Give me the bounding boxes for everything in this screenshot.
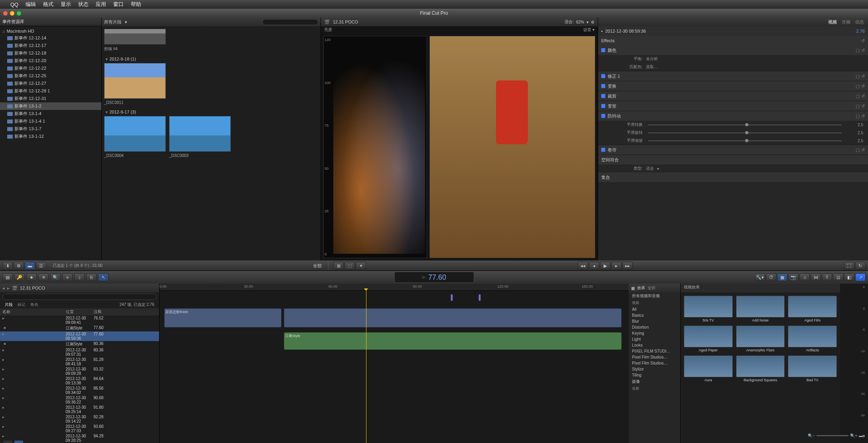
menu-status[interactable]: 状态	[78, 1, 89, 8]
event-item[interactable]: 新事件 12-12-20	[0, 57, 101, 65]
row-value[interactable]: 2.5	[847, 139, 863, 143]
tab-roles[interactable]: 角色	[30, 302, 38, 308]
reset-icon[interactable]: ↺	[861, 84, 865, 89]
section-checkbox[interactable]	[601, 84, 605, 88]
index-row[interactable]: 2012-12-30 09:07:3180.36	[0, 347, 159, 357]
event-tree[interactable]: Macintosh HD新事件 12-12-14新事件 12-12-17新事件 …	[0, 26, 101, 261]
menu-edit[interactable]: 编辑	[26, 1, 36, 8]
fx-category[interactable]: Blur	[629, 318, 680, 324]
enhance-button[interactable]: ✦	[356, 262, 366, 270]
chevron-down-icon[interactable]: ▾	[587, 20, 589, 24]
col-notes[interactable]: 注释	[94, 309, 157, 315]
search-icon[interactable]: 🔍	[50, 273, 61, 281]
tab-clips[interactable]: 片段	[5, 302, 13, 308]
zoom-button[interactable]	[17, 11, 21, 16]
history-fwd-button[interactable]: ▸	[7, 286, 10, 291]
index-row[interactable]: 2012-12-30 09:14:2292.28	[0, 414, 159, 424]
section-checkbox[interactable]	[601, 114, 605, 118]
effect-item[interactable]: Aged Paper	[684, 325, 733, 352]
generators-button[interactable]: ⊡	[833, 273, 843, 281]
row-value[interactable]: 未分析	[646, 56, 658, 62]
dashboard-button[interactable]	[3, 441, 12, 443]
event-item[interactable]: 新事件 13-1-12	[0, 133, 101, 140]
filmstrip-view-button[interactable]: ▬	[25, 262, 35, 270]
event-item[interactable]: 新事件 12-12-18	[0, 49, 101, 57]
prev-edit-button[interactable]: ◂◂	[578, 262, 588, 270]
close-button[interactable]	[3, 11, 8, 16]
clip-thumbnail[interactable]	[104, 63, 166, 99]
reset-icon[interactable]: ↺	[861, 48, 865, 53]
effect-item[interactable]: Background Squares	[736, 355, 785, 382]
event-item[interactable]: 新事件 12-12-22	[0, 65, 101, 72]
inspector-section-header[interactable]: 防抖动▢↺	[598, 111, 868, 121]
tab-video[interactable]: 视频	[828, 19, 837, 25]
tab-audio[interactable]: 音频	[842, 19, 850, 25]
fx-category[interactable]: All	[629, 306, 680, 312]
index-row[interactable]: 2012-12-30 09:09:2883.32	[0, 367, 159, 376]
effects-grid[interactable]: 50s TVAdd NoiseAged FilmAged PaperAnamor…	[681, 292, 840, 443]
section-checkbox[interactable]	[601, 148, 605, 152]
effects-all-label[interactable]: 全部	[648, 285, 655, 291]
next-edit-button[interactable]: ▸▸	[622, 262, 633, 270]
fx-category[interactable]: Pixel Film Studios…	[629, 360, 680, 366]
timeline-button[interactable]	[14, 441, 23, 443]
inspector-section-header[interactable]: 颜色▢↺	[598, 45, 868, 55]
menu-window[interactable]: 窗口	[113, 1, 124, 8]
clip-thumbnail[interactable]	[169, 116, 231, 152]
gear-icon[interactable]: ⚙	[14, 262, 24, 270]
menu-help[interactable]: 帮助	[131, 1, 141, 8]
fx-category[interactable]: Pixel Film Studios…	[629, 354, 680, 360]
browser-search-input[interactable]	[262, 19, 318, 25]
clip-thumbnail[interactable]	[104, 116, 166, 152]
library-button[interactable]: ▤	[2, 273, 13, 281]
viewer-fit-value[interactable]: 62%	[576, 20, 584, 24]
tree-root[interactable]: Macintosh HD	[0, 28, 101, 34]
tab-markers[interactable]: 标记	[18, 302, 26, 308]
section-toggle-icon[interactable]: ▢	[856, 48, 860, 53]
list-view-button[interactable]: ☰	[36, 262, 46, 270]
index-row[interactable]: 2012-12-30 09:25:1491.80	[0, 405, 159, 414]
share-button[interactable]: ↗	[855, 273, 866, 281]
event-item[interactable]: 新事件 13-1-2	[0, 102, 101, 110]
reset-icon[interactable]: ↺	[861, 104, 865, 109]
section-toggle-icon[interactable]: ▢	[856, 94, 860, 99]
index-row[interactable]: 2012-12-30 09:36:2290.68	[0, 395, 159, 405]
fx-category[interactable]: Looks	[629, 342, 680, 348]
keyword-button[interactable]: 🔑	[14, 273, 25, 281]
insert-button[interactable]: ⎀	[74, 273, 85, 281]
index-row[interactable]: 2012-12-30 08:41:1881.28	[0, 357, 159, 367]
event-item[interactable]: 新事件 12-12-31	[0, 95, 101, 102]
append-button[interactable]: ⎘	[86, 273, 96, 281]
section-toggle-icon[interactable]: ▢	[856, 114, 860, 119]
row-value[interactable]: 2.5	[847, 123, 863, 127]
video-preview[interactable]	[429, 36, 595, 258]
index-row[interactable]: 2012-12-30 09:34:0286.56	[0, 386, 159, 395]
event-item[interactable]: 新事件 13-1-4	[0, 110, 101, 118]
tools-dropdown[interactable]: 🔧▾	[755, 273, 765, 281]
inspector-section-header[interactable]: 卷帘▢↺	[598, 145, 868, 155]
index-row[interactable]: 2012-12-30 09:09:4176.52	[0, 316, 159, 325]
reset-icon[interactable]: ↺	[861, 38, 865, 43]
section-checkbox[interactable]	[601, 104, 605, 108]
event-item[interactable]: 新事件 13-1-4 1	[0, 118, 101, 125]
favorite-button[interactable]: ★	[26, 273, 37, 281]
index-row[interactable]: 2012-12-30 09:28:2594.28	[0, 433, 159, 443]
effect-item[interactable]: Bad TV	[788, 355, 837, 382]
app-menu[interactable]: QQ	[10, 2, 18, 8]
timeline-ruler[interactable]: 0.0030.0060.0090.00120.00150.00	[159, 284, 629, 291]
zoom-out-icon[interactable]: 🔍−	[808, 433, 815, 438]
group-header[interactable]: 2012-9-17 (3)	[104, 108, 318, 116]
scope-button[interactable]: ⊞	[333, 262, 344, 270]
effect-item[interactable]: Artifacts	[788, 325, 837, 352]
next-frame-button[interactable]: ▸	[611, 262, 622, 270]
timeline-clip[interactable]: 新派恋歌finish	[164, 308, 281, 327]
event-item[interactable]: 新事件 12-12-28 1	[0, 87, 101, 95]
index-list[interactable]: 2012-12-30 09:09:4176.52江南Style77.602012…	[0, 316, 159, 443]
menu-view[interactable]: 显示	[61, 1, 71, 8]
timeline[interactable]: 0.0030.0060.0090.00120.00150.00 新派恋歌fini…	[159, 284, 629, 443]
timeline-audio-clip[interactable]: 江南Style	[284, 332, 622, 350]
zoom-in-icon[interactable]: 🔍+	[850, 433, 857, 438]
browser-all-toggle[interactable]: 全部	[313, 263, 328, 269]
transform-button[interactable]: ⬚	[344, 262, 355, 270]
viewer-settings-icon[interactable]: ⚙	[591, 20, 594, 24]
